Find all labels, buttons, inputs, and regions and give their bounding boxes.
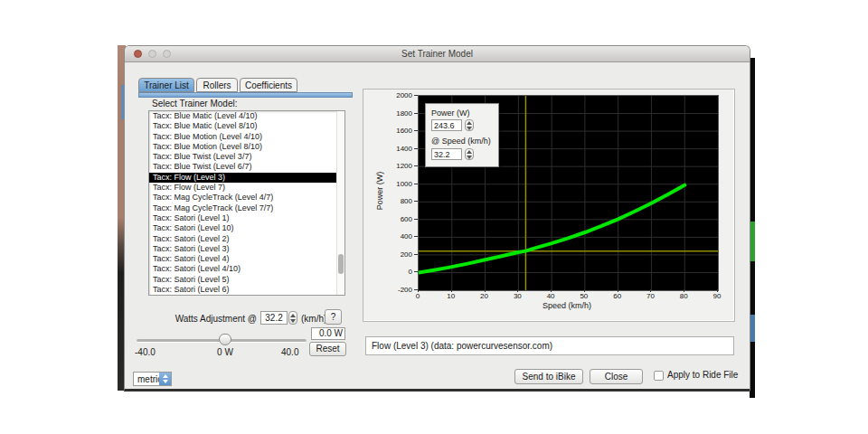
list-item[interactable]: Tacx: Mag CycleTrack (Level 7/7) [149, 203, 336, 213]
slider-max-label: 40.0 [281, 347, 298, 357]
apply-to-ride-file-checkbox[interactable] [654, 371, 664, 381]
y-axis-tick-mark [414, 271, 418, 272]
cursor-panel: Power (W) 243.6 @ Speed (km/h) 32.2 [425, 103, 499, 167]
y-axis-tick-label: 600 [383, 215, 412, 223]
tab-trainer-list[interactable]: Trainer List [138, 78, 194, 92]
x-axis-tick-mark [418, 289, 419, 292]
tab-coefficients[interactable]: Coefficients [240, 78, 297, 92]
y-axis-tick-mark [414, 130, 418, 131]
slider-mid-label: 0 W [207, 347, 243, 357]
x-axis-tick-mark [485, 289, 486, 292]
title-bar[interactable]: Set Trainer Model [125, 46, 750, 62]
y-axis-label: Power (W) [375, 164, 384, 218]
list-item[interactable]: Tacx: Flow (Level 7) [149, 183, 336, 193]
reset-button[interactable]: Reset [309, 342, 346, 356]
watts-adjustment-value-display: 0.0 W [311, 327, 345, 340]
y-axis-tick-mark [414, 165, 418, 166]
x-axis-tick-label: 40 [540, 292, 561, 300]
list-item[interactable]: Tacx: Flow (Level 3) [149, 173, 336, 183]
x-axis-tick-mark [451, 289, 452, 292]
list-item[interactable]: Tacx: Mag CycleTrack (Level 4/7) [149, 193, 336, 203]
y-axis-tick-mark [414, 95, 418, 96]
y-axis-tick-label: 200 [383, 250, 412, 259]
y-axis-tick-label: 400 [383, 232, 412, 241]
x-axis-tick-label: 10 [440, 292, 462, 300]
description-field[interactable]: Flow (Level 3) (data: powercurvesensor.c… [365, 336, 734, 355]
list-item[interactable]: Tacx: Satori (Level 2) [149, 234, 336, 244]
slider-min-label: -40.0 [135, 347, 156, 357]
list-item[interactable]: Tacx: Satori (Level 4/10) [149, 264, 336, 274]
y-axis-tick-label: 1800 [383, 109, 412, 118]
cursor-speed-label: @ Speed (km/h) [431, 137, 491, 146]
x-axis-tick-label: 0 [407, 292, 429, 300]
list-item[interactable]: Tacx: Satori (Level 3) [149, 244, 336, 254]
cursor-speed-input[interactable]: 32.2 [431, 148, 462, 160]
cursor-power-label: Power (W) [431, 108, 470, 118]
trainer-list-items: Tacx: Blue Matic (Level 4/10)Tacx: Blue … [149, 111, 336, 295]
x-axis-tick-mark [717, 289, 718, 292]
window-title: Set Trainer Model [125, 49, 750, 59]
cursor-power-input[interactable]: 243.6 [431, 119, 462, 131]
close-button[interactable]: Close [590, 369, 643, 384]
y-axis-tick-mark [414, 236, 418, 237]
power-curve-chart[interactable]: Power (W) Speed (km/h) Power (W) 243.6 @… [363, 89, 735, 322]
y-axis-tick-label: 2000 [383, 91, 412, 99]
x-axis-tick-label: 70 [639, 292, 661, 300]
x-axis-tick-label: 60 [607, 292, 628, 300]
x-axis-tick-label: 80 [673, 292, 694, 300]
y-axis-tick-mark [414, 254, 418, 255]
units-select[interactable]: metric [133, 372, 172, 386]
list-item[interactable]: Tacx: Blue Matic (Level 8/10) [149, 121, 336, 131]
apply-to-ride-file-label: Apply to Ride File [667, 370, 738, 380]
x-axis-tick-label: 90 [706, 292, 728, 300]
x-axis-tick-label: 20 [474, 292, 495, 300]
x-axis-tick-label: 50 [573, 292, 595, 300]
list-item[interactable]: Tacx: Satori (Level 1) [149, 213, 336, 223]
y-axis-tick-label: 1000 [383, 180, 412, 188]
trainer-list-scroll-thumb[interactable] [338, 254, 344, 274]
tab-rollers[interactable]: Rollers [196, 78, 238, 92]
tab-panel-edge [138, 92, 353, 98]
x-axis-tick-mark [684, 289, 684, 292]
watts-adjustment-slider-thumb[interactable] [219, 334, 231, 345]
cursor-power-stepper[interactable] [465, 119, 474, 131]
watts-adjustment-speed-input[interactable]: 32.2 [260, 311, 288, 325]
list-item[interactable]: Tacx: Satori (Level 6) [149, 285, 336, 295]
watts-adjustment-speed-stepper[interactable] [288, 311, 297, 325]
y-axis-tick-label: 0 [383, 268, 412, 276]
list-item[interactable]: Tacx: Blue Matic (Level 4/10) [149, 111, 336, 121]
y-axis-tick-label: 800 [383, 197, 412, 205]
list-item[interactable]: Tacx: Satori (Level 10) [149, 223, 336, 233]
help-button[interactable]: ? [325, 309, 342, 325]
list-item[interactable]: Tacx: Blue Motion (Level 4/10) [149, 132, 336, 142]
y-axis-tick-label: 1200 [383, 162, 412, 170]
units-select-stepper-icon[interactable] [159, 373, 171, 385]
x-axis-tick-label: 30 [506, 292, 528, 300]
set-trainer-model-window: Set Trainer Model Trainer List Rollers C… [124, 45, 750, 392]
x-axis-tick-mark [551, 289, 552, 292]
watts-adjustment-unit-label: (km/h) [301, 314, 326, 324]
trainer-list-scrollbar[interactable] [336, 111, 344, 295]
x-axis-tick-mark [650, 289, 651, 292]
x-axis-label: Speed (km/h) [508, 301, 626, 310]
send-to-ibike-button[interactable]: Send to iBike [514, 369, 583, 384]
x-axis-tick-mark [618, 289, 618, 292]
y-axis-tick-mark [414, 201, 418, 202]
y-axis-tick-label: 1400 [383, 145, 412, 153]
select-trainer-model-label: Select Trainer Model: [152, 99, 238, 108]
x-axis-tick-mark [584, 289, 585, 292]
y-axis-tick-mark [414, 184, 418, 184]
y-axis-tick-mark [414, 113, 418, 114]
list-item[interactable]: Tacx: Blue Twist (Level 3/7) [149, 152, 336, 162]
list-item[interactable]: Tacx: Satori (Level 5) [149, 275, 336, 285]
list-item[interactable]: Tacx: Satori (Level 4) [149, 254, 336, 264]
list-item[interactable]: Tacx: Blue Motion (Level 8/10) [149, 142, 336, 152]
y-axis-tick-mark [414, 148, 418, 149]
y-axis-tick-mark [414, 219, 418, 220]
cursor-speed-stepper[interactable] [465, 148, 474, 160]
x-axis-tick-mark [517, 289, 518, 292]
y-axis-tick-label: 1600 [383, 127, 412, 135]
trainer-list[interactable]: Tacx: Blue Matic (Level 4/10)Tacx: Blue … [148, 110, 345, 296]
watts-adjustment-label: Watts Adjustment @ [141, 314, 257, 324]
list-item[interactable]: Tacx: Blue Twist (Level 6/7) [149, 162, 336, 172]
